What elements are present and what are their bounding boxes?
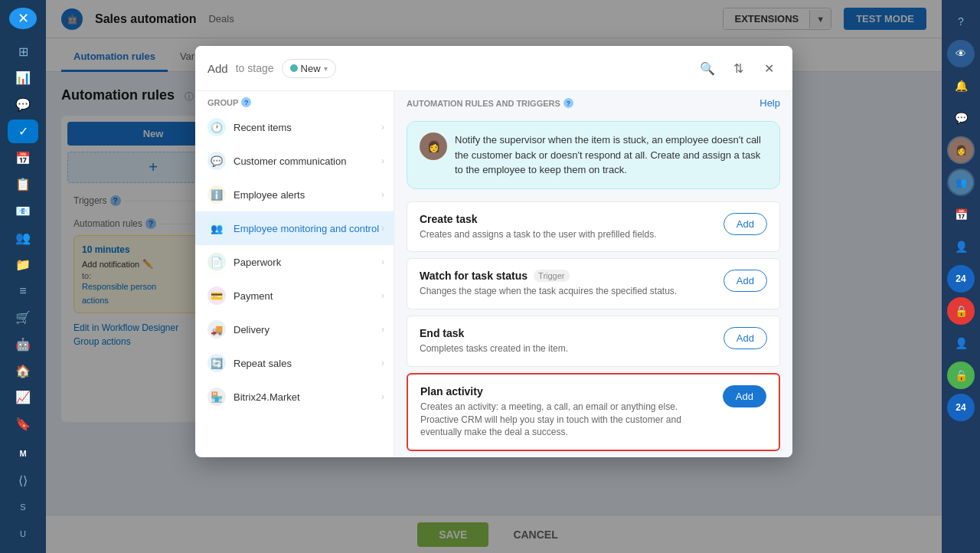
paperwork-icon: 📄 [207, 253, 226, 271]
rule-item-end-task: End task Completes tasks created in the … [407, 316, 780, 367]
modal-group-customer-label: Customer communication [234, 155, 346, 167]
group-section-label: GROUP ? [195, 91, 394, 110]
modal-header: Add to stage New ▾ 🔍 ⇅ ✕ [195, 46, 792, 91]
right-icon-user2[interactable]: 👤 [947, 233, 975, 260]
modal-group-customer-comm[interactable]: 💬 Customer communication › [195, 144, 394, 178]
chevron-right-icon-5: › [381, 257, 384, 267]
sidebar-nav-6[interactable]: 📋 [8, 172, 38, 196]
right-icon-avatar1[interactable]: 👩 [947, 136, 975, 164]
modal-group-payment[interactable]: 💳 Payment › [195, 279, 394, 312]
chevron-right-icon-6: › [381, 290, 384, 301]
rule-add-watch-task-button[interactable]: Add [724, 270, 767, 292]
right-icon-bell[interactable]: 🔔 [947, 72, 975, 100]
sidebar-nav-m[interactable]: M [8, 442, 38, 466]
modal-group-bitrix-market[interactable]: 🏪 Bitrix24.Market › [195, 380, 394, 414]
right-icon-user3[interactable]: 👤 [947, 329, 975, 357]
modal-tag-label: New [301, 63, 321, 74]
close-icon[interactable]: ✕ [9, 8, 37, 29]
rule-add-plan-activity-button[interactable]: Add [723, 385, 766, 407]
sidebar-nav-12[interactable]: 🤖 [8, 332, 38, 356]
modal-add-label: Add [207, 62, 228, 75]
rule-item-watch-task-title: Watch for task status Trigger [420, 270, 714, 282]
payment-icon: 💳 [207, 286, 226, 305]
right-icon-lock1[interactable]: 🔒 [947, 297, 975, 325]
right-icon-help[interactable]: ? [947, 8, 975, 35]
rule-add-end-task-button[interactable]: Add [724, 327, 767, 349]
sidebar-nav-14[interactable]: 📈 [8, 385, 38, 409]
rule-item-end-task-desc: Completes tasks created in the item. [420, 342, 714, 355]
sidebar-nav-8[interactable]: 👥 [8, 226, 38, 250]
sidebar-nav-11[interactable]: 🛒 [8, 306, 38, 329]
modal: Add to stage New ▾ 🔍 ⇅ ✕ GROUP ? [195, 46, 792, 457]
modal-filter-icon[interactable]: ⇅ [727, 57, 750, 80]
modal-right-panel: AUTOMATION RULES AND TRIGGERS ? Help 👩 N… [394, 91, 792, 457]
rule-item-end-task-content: End task Completes tasks created in the … [420, 327, 714, 355]
sidebar-nav-7[interactable]: 📧 [8, 199, 38, 223]
chevron-right-icon: › [381, 122, 384, 133]
modal-to-stage-label: to stage [236, 62, 274, 74]
modal-group-bitrix-label: Bitrix24.Market [234, 391, 300, 403]
right-icon-num[interactable]: 24 [947, 394, 975, 421]
right-icon-lock2[interactable]: 🔒 [947, 362, 975, 389]
modal-group-employee-monitoring[interactable]: 👥 Employee monitoring and control › [195, 211, 394, 245]
right-icon-chat[interactable]: 💬 [947, 104, 975, 132]
modal-group-delivery[interactable]: 🚚 Delivery › [195, 312, 394, 346]
right-sidebar: ? 👁 🔔 💬 👩 👥 📅 👤 24 🔒 👤 🔒 24 [942, 0, 980, 553]
modal-group-alerts-label: Employee alerts [234, 189, 305, 201]
left-sidebar: ✕ ⊞ 📊 💬 ✓ 📅 📋 📧 👥 📁 ≡ 🛒 🤖 🏠 📈 🔖 M ⟨⟩ S U [0, 0, 46, 553]
rule-item-plan-activity-content: Plan activity Creates an activity: a mee… [420, 385, 714, 439]
modal-group-delivery-label: Delivery [234, 324, 270, 335]
modal-body: GROUP ? 🕐 Recent items › 💬 Customer comm… [195, 91, 792, 457]
sidebar-nav-4[interactable]: ✓ [8, 119, 38, 143]
modal-left-panel: GROUP ? 🕐 Recent items › 💬 Customer comm… [195, 91, 394, 457]
sidebar-nav-9[interactable]: 📁 [8, 253, 38, 276]
modal-group-recent-label: Recent items [234, 122, 292, 133]
sidebar-nav-1[interactable]: ⊞ [8, 40, 38, 64]
rule-item-create-task: Create task Creates and assigns a task t… [407, 201, 780, 253]
sidebar-nav-code[interactable]: ⟨⟩ [8, 469, 38, 492]
employee-alerts-icon: ℹ️ [207, 185, 226, 204]
sidebar-nav-10[interactable]: ≡ [8, 279, 38, 303]
modal-group-repeat-sales[interactable]: 🔄 Repeat sales › [195, 346, 394, 380]
modal-stage-tag: New ▾ [282, 59, 336, 78]
recent-items-icon: 🕐 [207, 118, 226, 136]
bitrix-market-icon: 🏪 [207, 388, 226, 406]
chevron-right-icon-2: › [381, 155, 384, 166]
employee-monitoring-icon: 👥 [207, 219, 226, 237]
rule-item-end-task-title: End task [420, 327, 714, 339]
sidebar-nav-15[interactable]: 🔖 [8, 412, 38, 436]
automation-rules-triggers-label: AUTOMATION RULES AND TRIGGERS [407, 99, 560, 108]
modal-group-paperwork[interactable]: 📄 Paperwork › [195, 245, 394, 279]
sidebar-nav-s[interactable]: S [8, 495, 38, 519]
automation-rules-help-icon2: ? [564, 98, 573, 108]
right-icon-calendar[interactable]: 📅 [947, 201, 975, 228]
help-link[interactable]: Help [760, 97, 780, 109]
rule-item-plan-activity-desc: Creates an activity: a meeting, a call, … [420, 401, 714, 439]
sidebar-nav-5[interactable]: 📅 [8, 146, 38, 170]
modal-search-icon[interactable]: 🔍 [696, 57, 719, 80]
modal-group-paperwork-label: Paperwork [234, 257, 281, 268]
rule-item-plan-activity-title: Plan activity [420, 385, 714, 398]
sidebar-nav-13[interactable]: 🏠 [8, 359, 38, 383]
notif-avatar: 👩 [420, 133, 447, 160]
chevron-right-icon-3: › [381, 189, 384, 200]
sidebar-nav-3[interactable]: 💬 [8, 93, 38, 116]
modal-group-recent-items[interactable]: 🕐 Recent items › [195, 110, 394, 144]
rule-item-watch-task-content: Watch for task status Trigger Changes th… [420, 270, 714, 298]
right-icon-bitrix[interactable]: 24 [947, 265, 975, 293]
modal-group-repeat-label: Repeat sales [234, 358, 292, 369]
delivery-icon: 🚚 [207, 320, 226, 339]
modal-tag-arrow: ▾ [324, 64, 328, 73]
main-area: 🤖 Sales automation Deals EXTENSIONS ▼ TE… [46, 0, 942, 553]
rule-item-create-task-title: Create task [420, 213, 714, 225]
rule-add-create-task-button[interactable]: Add [724, 213, 767, 235]
modal-close-icon[interactable]: ✕ [757, 57, 780, 80]
rule-item-watch-task: Watch for task status Trigger Changes th… [407, 258, 780, 309]
sidebar-nav-u[interactable]: U [8, 522, 38, 545]
right-icon-avatar2[interactable]: 👥 [947, 169, 975, 196]
sidebar-nav-2[interactable]: 📊 [8, 66, 38, 90]
group-help-icon: ? [241, 97, 251, 107]
chevron-right-icon-9: › [381, 391, 384, 402]
right-icon-eye[interactable]: 👁 [947, 40, 975, 67]
modal-group-employee-alerts[interactable]: ℹ️ Employee alerts › [195, 178, 394, 211]
